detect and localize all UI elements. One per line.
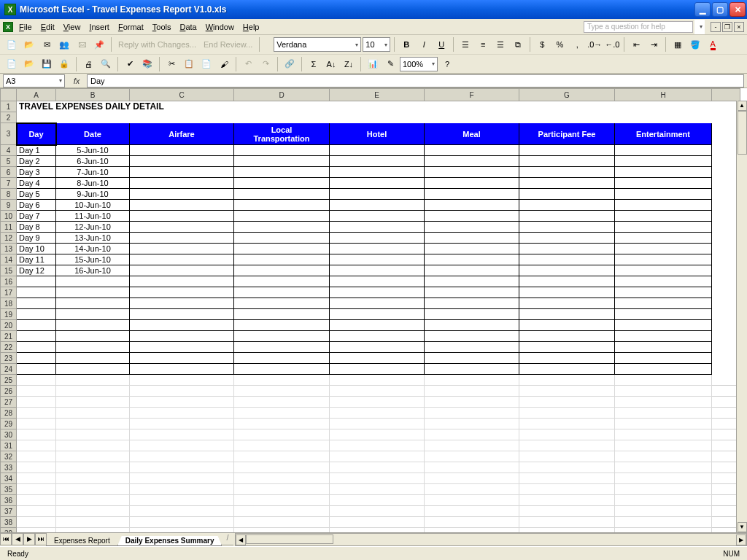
cell-day[interactable]: Day 1 xyxy=(17,145,56,156)
cell[interactable] xyxy=(56,462,130,473)
cell[interactable] xyxy=(330,309,425,320)
cell[interactable] xyxy=(56,364,130,375)
cell[interactable] xyxy=(56,517,130,528)
cell[interactable] xyxy=(330,397,425,408)
menu-format[interactable]: Format xyxy=(114,21,148,33)
cell[interactable] xyxy=(425,364,519,375)
align-left-button[interactable]: ☰ xyxy=(457,36,473,52)
cell[interactable] xyxy=(17,386,56,397)
cell[interactable] xyxy=(17,408,56,419)
align-right-button[interactable]: ☰ xyxy=(492,36,508,52)
cell[interactable] xyxy=(615,145,712,156)
autosum-button[interactable]: Σ xyxy=(306,56,322,72)
cell[interactable] xyxy=(56,506,130,517)
cell-day[interactable]: Day 10 xyxy=(17,244,56,254)
cell[interactable] xyxy=(425,429,519,440)
cell[interactable] xyxy=(234,298,330,309)
cell[interactable] xyxy=(130,265,234,276)
cell[interactable] xyxy=(519,287,615,298)
cell[interactable] xyxy=(425,200,519,211)
cell[interactable] xyxy=(615,287,712,298)
cell[interactable] xyxy=(519,189,615,200)
spreadsheet-grid[interactable]: ABCDEFGH1TRAVEL EXPENSES DAILY DETAIL23D… xyxy=(0,88,740,532)
cell-day[interactable]: Day 4 xyxy=(17,178,56,189)
cell[interactable] xyxy=(56,309,130,320)
row-header-24[interactable]: 24 xyxy=(1,364,17,375)
cell[interactable] xyxy=(130,276,234,287)
paste-button[interactable]: 📄 xyxy=(198,56,214,72)
cell[interactable] xyxy=(615,254,712,265)
cell[interactable] xyxy=(56,386,130,397)
cell[interactable] xyxy=(425,178,519,189)
mail-button[interactable]: ✉ xyxy=(39,36,55,52)
cell[interactable] xyxy=(17,517,56,528)
cell[interactable] xyxy=(615,276,712,287)
row-header-16[interactable]: 16 xyxy=(1,276,17,287)
cell[interactable] xyxy=(330,233,425,244)
cell[interactable] xyxy=(519,506,615,517)
currency-button[interactable]: $ xyxy=(534,36,550,52)
cell[interactable] xyxy=(425,473,519,484)
cell[interactable] xyxy=(234,440,330,451)
cell[interactable] xyxy=(330,222,425,233)
cell[interactable] xyxy=(425,484,519,495)
cell[interactable] xyxy=(519,265,615,276)
cell[interactable] xyxy=(425,440,519,451)
cell[interactable] xyxy=(234,484,330,495)
new-workbook-button[interactable]: 📄 xyxy=(4,36,20,52)
cell[interactable] xyxy=(17,451,56,462)
cell[interactable] xyxy=(17,506,56,517)
cell-day[interactable]: Day 8 xyxy=(17,222,56,233)
cell[interactable] xyxy=(615,473,712,484)
cell[interactable] xyxy=(425,462,519,473)
row-header-37[interactable]: 37 xyxy=(1,506,17,517)
cell[interactable] xyxy=(425,386,519,397)
cell[interactable] xyxy=(234,178,330,189)
header-participant-fee[interactable]: Participant Fee xyxy=(519,123,615,145)
hscroll-thumb[interactable] xyxy=(246,534,333,544)
cell[interactable] xyxy=(234,167,330,178)
cell[interactable] xyxy=(425,189,519,200)
borders-button[interactable]: ▦ xyxy=(670,36,686,52)
cell[interactable] xyxy=(234,309,330,320)
cell[interactable] xyxy=(56,276,130,287)
drawing-button[interactable]: ✎ xyxy=(382,56,398,72)
italic-button[interactable]: I xyxy=(416,36,432,52)
cell[interactable] xyxy=(56,342,130,353)
cell[interactable] xyxy=(615,222,712,233)
window-maximize-button[interactable]: ▢ xyxy=(712,2,728,17)
cell[interactable] xyxy=(615,200,712,211)
cell[interactable] xyxy=(519,309,615,320)
header-entertainment[interactable]: Entertainment xyxy=(615,123,712,145)
help-search-box[interactable]: Type a question for help xyxy=(584,21,693,33)
cell[interactable] xyxy=(130,495,234,506)
window-minimize-button[interactable]: ▁ xyxy=(694,2,711,17)
row-header-18[interactable]: 18 xyxy=(1,298,17,309)
cell[interactable] xyxy=(519,462,615,473)
cell[interactable] xyxy=(615,408,712,419)
print-button[interactable]: 🖨 xyxy=(80,56,96,72)
font-selector[interactable]: Verdana▾ xyxy=(274,37,361,52)
underline-button[interactable]: U xyxy=(433,36,449,52)
cell-date[interactable]: 10-Jun-10 xyxy=(56,200,130,211)
name-box[interactable]: A3▾ xyxy=(3,74,65,88)
cell[interactable] xyxy=(17,287,56,298)
cell[interactable] xyxy=(330,189,425,200)
cell[interactable] xyxy=(425,265,519,276)
cell-date[interactable]: 11-Jun-10 xyxy=(56,211,130,222)
cell[interactable] xyxy=(425,408,519,419)
cell[interactable] xyxy=(130,167,234,178)
new-button[interactable]: 📄 xyxy=(4,56,20,72)
cell[interactable] xyxy=(17,429,56,440)
cell[interactable] xyxy=(615,309,712,320)
cell[interactable] xyxy=(425,528,519,533)
menu-window[interactable]: Window xyxy=(201,21,239,33)
cell[interactable] xyxy=(519,364,615,375)
cell[interactable] xyxy=(425,254,519,265)
row-header-33[interactable]: 33 xyxy=(1,462,17,473)
cell[interactable] xyxy=(615,397,712,408)
cell[interactable] xyxy=(519,375,615,386)
menu-edit[interactable]: Edit xyxy=(36,21,59,33)
cell[interactable] xyxy=(425,309,519,320)
cell[interactable] xyxy=(519,528,615,533)
